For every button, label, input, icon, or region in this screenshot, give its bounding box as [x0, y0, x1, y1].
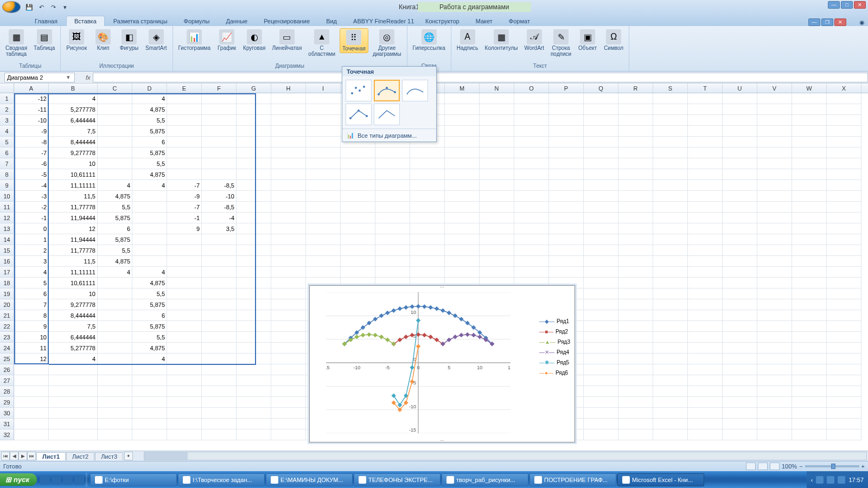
- row-header[interactable]: 31: [0, 419, 14, 429]
- cell[interactable]: [549, 147, 584, 158]
- horizontal-scrollbar[interactable]: [144, 452, 867, 460]
- cell[interactable]: [723, 158, 757, 169]
- cell[interactable]: [549, 223, 584, 234]
- cell[interactable]: [827, 104, 861, 115]
- cell[interactable]: [167, 278, 202, 288]
- col-header-C[interactable]: C: [98, 84, 132, 93]
- cell[interactable]: [237, 429, 271, 440]
- cell[interactable]: [271, 375, 306, 386]
- cell[interactable]: [618, 93, 653, 104]
- cell[interactable]: [827, 191, 861, 202]
- cell[interactable]: [757, 147, 792, 158]
- cell[interactable]: [445, 169, 480, 180]
- cell[interactable]: [653, 169, 688, 180]
- col-header-A[interactable]: A: [14, 84, 49, 93]
- cell[interactable]: [792, 169, 827, 180]
- col-header-X[interactable]: X: [827, 84, 861, 93]
- row-header[interactable]: 24: [0, 343, 14, 354]
- cell[interactable]: [445, 115, 480, 126]
- cell[interactable]: [237, 202, 271, 213]
- cell[interactable]: [827, 321, 861, 332]
- cell[interactable]: [98, 169, 132, 180]
- cell[interactable]: [49, 375, 98, 386]
- cell[interactable]: [271, 332, 306, 343]
- cell[interactable]: [827, 126, 861, 137]
- cell[interactable]: [584, 321, 618, 332]
- cell[interactable]: [792, 332, 827, 343]
- cell[interactable]: [827, 288, 861, 299]
- cell[interactable]: [584, 386, 618, 397]
- cell[interactable]: 11,94444: [49, 234, 98, 245]
- cell[interactable]: [167, 419, 202, 429]
- cell[interactable]: [237, 267, 271, 278]
- cell[interactable]: [306, 93, 341, 104]
- cell[interactable]: [723, 223, 757, 234]
- cell[interactable]: [237, 288, 271, 299]
- row-header[interactable]: 2: [0, 104, 14, 115]
- cell[interactable]: [480, 245, 514, 256]
- cell[interactable]: [375, 213, 410, 223]
- cell[interactable]: [792, 354, 827, 364]
- cell[interactable]: [341, 256, 375, 267]
- cell[interactable]: [549, 180, 584, 191]
- cell[interactable]: [202, 93, 237, 104]
- header-footer-button[interactable]: ▦Колонтитулы: [483, 28, 520, 52]
- cell[interactable]: [723, 299, 757, 310]
- cell[interactable]: [167, 104, 202, 115]
- cell[interactable]: [480, 137, 514, 147]
- cell[interactable]: [827, 343, 861, 354]
- cell[interactable]: [653, 245, 688, 256]
- cell[interactable]: [410, 191, 445, 202]
- tab-chart-layout[interactable]: Макет: [468, 16, 500, 26]
- cell[interactable]: [688, 147, 723, 158]
- cell[interactable]: [688, 158, 723, 169]
- cell[interactable]: [757, 234, 792, 245]
- cell[interactable]: [202, 288, 237, 299]
- object-button[interactable]: ▣Объект: [576, 28, 599, 52]
- cell[interactable]: [49, 429, 98, 440]
- cell[interactable]: [549, 202, 584, 213]
- cell[interactable]: [653, 158, 688, 169]
- cell[interactable]: [757, 202, 792, 213]
- cell[interactable]: [514, 147, 549, 158]
- cell[interactable]: [445, 93, 480, 104]
- cell[interactable]: -2: [14, 202, 49, 213]
- cell[interactable]: [271, 115, 306, 126]
- cell[interactable]: [514, 169, 549, 180]
- cell[interactable]: [792, 126, 827, 137]
- cell[interactable]: -5: [14, 169, 49, 180]
- cell[interactable]: 5,875: [98, 213, 132, 223]
- cell[interactable]: [827, 397, 861, 408]
- cell[interactable]: [202, 278, 237, 288]
- cell[interactable]: [757, 158, 792, 169]
- cell[interactable]: [549, 93, 584, 104]
- scatter-markers-only[interactable]: [346, 80, 372, 101]
- cell[interactable]: [827, 158, 861, 169]
- cell[interactable]: 10: [49, 288, 98, 299]
- cell[interactable]: [167, 375, 202, 386]
- cell[interactable]: 11,77778: [49, 245, 98, 256]
- chart-handle-top[interactable]: ⋯: [440, 285, 444, 290]
- cell[interactable]: [584, 180, 618, 191]
- cell[interactable]: [584, 354, 618, 364]
- cell[interactable]: [688, 202, 723, 213]
- cell[interactable]: [202, 386, 237, 397]
- cell[interactable]: [271, 169, 306, 180]
- cell[interactable]: [688, 310, 723, 321]
- col-header-W[interactable]: W: [792, 84, 827, 93]
- col-header-G[interactable]: G: [237, 84, 271, 93]
- cell[interactable]: [375, 223, 410, 234]
- col-header-S[interactable]: S: [653, 84, 688, 93]
- cell[interactable]: [792, 115, 827, 126]
- cell[interactable]: [757, 310, 792, 321]
- cell[interactable]: -10: [14, 115, 49, 126]
- cell[interactable]: [723, 278, 757, 288]
- cell[interactable]: [584, 137, 618, 147]
- cell[interactable]: 7,5: [49, 321, 98, 332]
- cell[interactable]: [757, 278, 792, 288]
- cell[interactable]: [306, 169, 341, 180]
- symbol-button[interactable]: ΩСимвол: [602, 28, 626, 52]
- row-header[interactable]: 14: [0, 234, 14, 245]
- cell[interactable]: [271, 429, 306, 440]
- cell[interactable]: [827, 364, 861, 375]
